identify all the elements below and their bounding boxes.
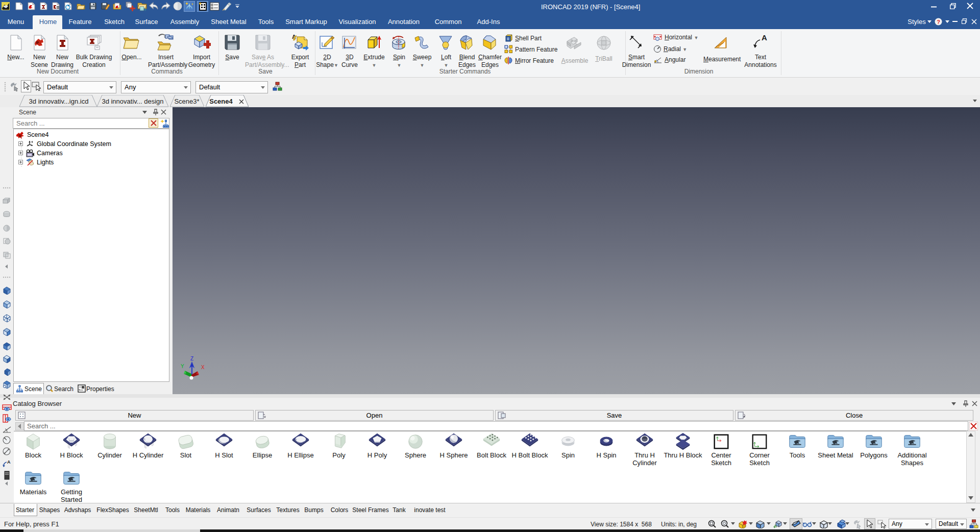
svg-text:X: X <box>201 365 205 370</box>
svg-text:?: ? <box>937 19 940 25</box>
svg-text:Y: Y <box>181 364 184 369</box>
svg-text:A: A <box>762 34 767 42</box>
svg-text:Z: Z <box>190 356 193 361</box>
svg-text:A: A <box>7 460 11 465</box>
